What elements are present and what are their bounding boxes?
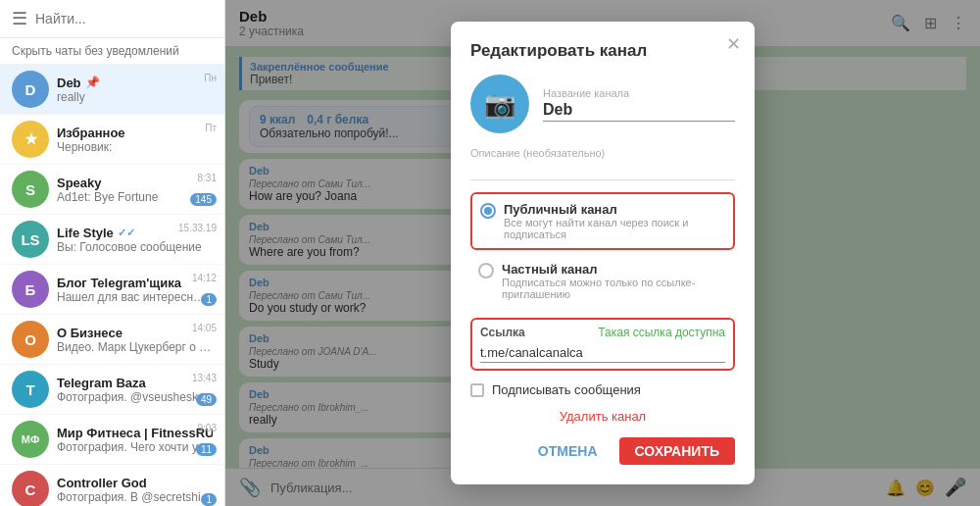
sidebar-header: ☰ [0, 0, 224, 38]
menu-icon[interactable]: ☰ [12, 8, 27, 29]
unread-badge: 11 [196, 443, 217, 456]
avatar: D [12, 71, 49, 108]
channel-name-label: Название канала [543, 87, 735, 99]
delete-channel-link[interactable]: Удалить канал [470, 409, 735, 424]
link-header: Ссылка Такая ссылка доступна [480, 326, 725, 339]
chat-name: Избранное [57, 126, 213, 140]
chat-time: Пн [204, 73, 217, 83]
chat-time: 14:12 [192, 273, 217, 283]
edit-channel-dialog: Редактировать канал ✕ 📷 Название канала … [451, 22, 755, 484]
public-radio[interactable] [480, 203, 496, 219]
sign-messages-checkbox[interactable] [470, 383, 484, 397]
search-input[interactable] [35, 11, 213, 26]
chat-preview: Вы: Голосовое сообщение [57, 240, 213, 254]
chat-info: Telegram Baza Фотография. @vseusheskazan… [57, 376, 213, 404]
chat-list: D Deb 📌 really Пн ★ Избранное Черновик: … [0, 65, 224, 506]
public-channel-option[interactable]: Публичный канал Все могут найти канал че… [470, 192, 735, 250]
chat-preview: Фотография. @vseusheskazano... [57, 390, 213, 404]
private-radio[interactable] [478, 263, 494, 278]
public-channel-text: Публичный канал Все могут найти канал че… [504, 202, 725, 240]
desc-label: Описание (необязательно) [470, 147, 735, 159]
avatar: МФ [12, 421, 49, 458]
modal-overlay: Редактировать канал ✕ 📷 Название канала … [225, 0, 980, 506]
channel-name-input[interactable] [543, 101, 735, 122]
link-section: Ссылка Такая ссылка доступна [470, 318, 735, 371]
chat-info: Блог Telegram'щика Нашел для вас интерес… [57, 276, 213, 304]
private-channel-sub: Подписаться можно только по ссылке-пригл… [502, 277, 727, 300]
channel-avatar-section: 📷 Название канала [470, 75, 735, 133]
public-channel-sub: Все могут найти канал через поиск и подп… [504, 217, 725, 240]
link-label: Ссылка [480, 326, 525, 339]
chat-time: Пт [205, 123, 217, 133]
camera-icon: 📷 [484, 89, 515, 120]
chat-item-speaky[interactable]: S Speaky Ad1et: Bye Fortune 8:31 145 [0, 165, 224, 215]
avatar: S [12, 171, 49, 208]
avatar: О [12, 321, 49, 358]
chat-time: 15.33.19 [178, 223, 217, 233]
desc-section: Описание (необязательно) [470, 147, 735, 180]
avatar: ★ [12, 121, 49, 158]
private-channel-text: Частный канал Подписаться можно только п… [502, 262, 727, 300]
chat-item-business[interactable]: О О Бизнесе Видео. Марк Цукерберг о роли… [0, 315, 224, 365]
chat-item-tgbaza[interactable]: T Telegram Baza Фотография. @vseusheskaz… [0, 365, 224, 415]
hide-chats-label: Скрыть чаты без уведомлений [0, 38, 224, 65]
channel-name-field: Название канала [543, 87, 735, 122]
save-button[interactable]: СОХРАНИТЬ [619, 437, 735, 465]
chat-name: Блог Telegram'щика [57, 276, 213, 290]
avatar: Б [12, 271, 49, 308]
cancel-button[interactable]: ОТМЕНА [526, 437, 610, 465]
chat-item-deb[interactable]: D Deb 📌 really Пн [0, 65, 224, 115]
desc-input[interactable] [470, 163, 735, 180]
chat-info: О Бизнесе Видео. Марк Цукерберг о роли..… [57, 326, 213, 354]
chat-name: Telegram Baza [57, 376, 213, 390]
chat-item-lifestyle[interactable]: LS Life Style ✓✓ Вы: Голосовое сообщение… [0, 215, 224, 265]
unread-badge: 1 [201, 293, 217, 306]
chat-name: О Бизнесе [57, 326, 213, 340]
main-area: Deb 2 участника 🔍 ⊞ ⋮ Закреплённое сообщ… [225, 0, 980, 506]
unread-badge: 1 [201, 493, 217, 506]
chat-info: Избранное Черновик: [57, 126, 213, 154]
avatar: T [12, 371, 49, 408]
chat-item-fitness[interactable]: МФ Мир Фитнеса | FitnessRU Фотография. Ч… [0, 415, 224, 465]
chat-info: Мир Фитнеса | FitnessRU Фотография. Чего… [57, 426, 213, 454]
chat-time: 14:05 [192, 323, 217, 333]
chat-name: Speaky [57, 176, 213, 190]
chat-item-blogtg[interactable]: Б Блог Telegram'щика Нашел для вас интер… [0, 265, 224, 315]
chat-preview: Черновик: [57, 140, 213, 154]
chat-name: Controller God [57, 476, 213, 490]
chat-name: Deb 📌 [57, 76, 213, 90]
chat-preview: really [57, 90, 213, 104]
chat-preview: Фотография. В @secretship, во вт... [57, 490, 213, 504]
unread-badge: 49 [196, 393, 217, 406]
link-input[interactable] [480, 345, 725, 363]
avatar: LS [12, 221, 49, 258]
sign-messages-label: Подписывать сообщения [492, 382, 641, 397]
sign-messages-row: Подписывать сообщения [470, 382, 735, 397]
chat-item-fav[interactable]: ★ Избранное Черновик: Пт [0, 115, 224, 165]
radio-section: Публичный канал Все могут найти канал че… [470, 192, 735, 308]
channel-avatar[interactable]: 📷 [470, 75, 529, 133]
chat-preview: Фотография. Чего хочти уваше... [57, 440, 213, 454]
dialog-actions: ОТМЕНА СОХРАНИТЬ [470, 437, 735, 465]
unread-badge: 145 [190, 193, 217, 206]
chat-preview: Ad1et: Bye Fortune [57, 190, 213, 204]
chat-info: Controller God Фотография. В @secretship… [57, 476, 213, 504]
chat-name: Мир Фитнеса | FitnessRU [57, 426, 213, 440]
public-channel-label: Публичный канал [504, 202, 725, 217]
avatar: C [12, 471, 49, 506]
private-channel-label: Частный канал [502, 262, 727, 277]
private-channel-option[interactable]: Частный канал Подписаться можно только п… [470, 254, 735, 308]
dialog-title: Редактировать канал [470, 41, 735, 61]
chat-item-controller[interactable]: C Controller God Фотография. В @secretsh… [0, 465, 224, 506]
chat-info: Deb 📌 really [57, 76, 213, 104]
chat-info: Speaky Ad1et: Bye Fortune [57, 176, 213, 204]
chat-time: 9:03 [198, 423, 217, 433]
chat-preview: Видео. Марк Цукерберг о роли... [57, 340, 213, 354]
link-available: Такая ссылка доступна [598, 326, 725, 339]
chat-time: 13:43 [192, 373, 217, 383]
sidebar: ☰ Скрыть чаты без уведомлений D Deb 📌 re… [0, 0, 225, 506]
chat-preview: Нашел для вас интересный хейс... [57, 290, 213, 304]
chat-time: 8:31 [198, 173, 217, 183]
close-button[interactable]: ✕ [726, 33, 741, 55]
